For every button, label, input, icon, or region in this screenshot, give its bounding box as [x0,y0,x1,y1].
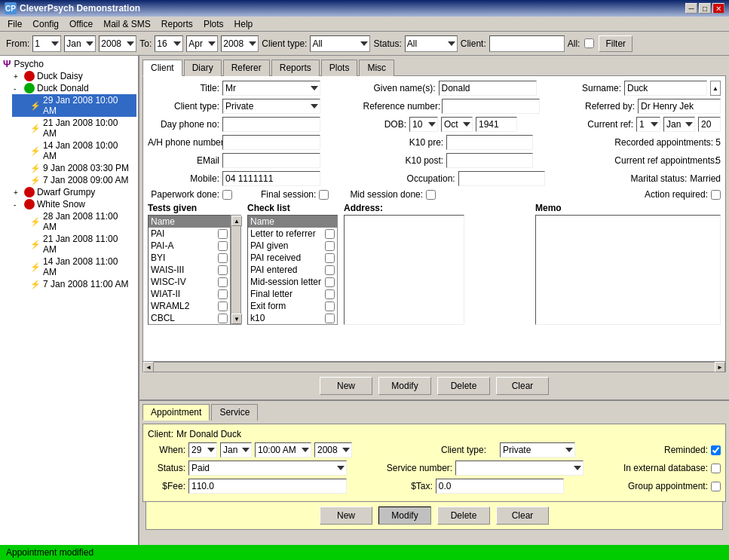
checklist-checkbox[interactable] [325,241,335,251]
test-item-wais[interactable]: WAIS-III [149,264,230,276]
test-checkbox[interactable] [218,265,228,275]
from-month-select[interactable]: Jan [64,35,96,52]
dob-day-select[interactable]: 10 [409,117,438,132]
tree-client-dwarf-grumpy[interactable]: + Dwarf Grumpy [12,186,136,198]
appt-status-select[interactable]: PaidUnpaid [188,461,347,476]
client-type-select[interactable]: All [310,35,370,52]
expand-icon[interactable]: - [14,84,24,93]
minimize-button[interactable]: ─ [685,3,697,14]
checklist-checkbox[interactable] [325,301,335,311]
k10-post-input[interactable] [446,153,533,168]
test-checkbox[interactable] [218,229,228,239]
appt-new-button[interactable]: New [320,506,372,525]
referred-by-input[interactable] [638,99,721,114]
appt-group-checkbox[interactable] [711,482,721,491]
expand-icon[interactable]: + [14,188,24,197]
appt-clear-button[interactable]: Clear [496,506,549,525]
appointment-item[interactable]: ⚡ 14 Jan 2008 11:00 AM [12,256,136,278]
menu-mail-sms[interactable]: Mail & SMS [99,17,155,31]
ah-phone-input[interactable] [222,135,320,150]
checklist-item-mid-session[interactable]: Mid-session letter [248,276,337,288]
appt-year-select[interactable]: 2008 [314,442,352,457]
close-button[interactable]: ✕ [712,3,724,14]
appt-time-select[interactable]: 10:00 AM [255,442,311,457]
checklist-checkbox[interactable] [325,289,335,299]
appointment-item[interactable]: ⚡ 14 Jan 2008 10:00 AM [12,139,136,162]
tab-client[interactable]: Client [142,60,182,76]
reference-input[interactable] [442,99,540,114]
test-item-wraml[interactable]: WRAML2 [149,300,230,312]
tests-scrollbar[interactable]: ▲ ▼ [231,215,241,325]
tab-diary[interactable]: Diary [184,60,222,76]
surname-scroll-up[interactable]: ▲ [710,81,721,96]
to-year-select[interactable]: 2008 [221,35,259,52]
status-select[interactable]: All [405,35,458,52]
appt-client-type-select[interactable]: Private [500,442,575,457]
appointment-item[interactable]: ⚡ 21 Jan 2008 10:00 AM [12,117,136,139]
current-ref-year-input[interactable] [698,117,721,132]
maximize-button[interactable]: □ [699,3,711,14]
title-select[interactable]: MrMrsMsDr [222,81,320,96]
appt-day-select[interactable]: 29 [188,442,217,457]
occupation-input[interactable] [458,171,545,186]
checklist-checkbox[interactable] [325,253,335,263]
expand-icon[interactable]: - [14,200,24,209]
surname-input[interactable] [624,81,707,96]
horizontal-scrollbar[interactable]: ◄ ► [142,362,726,372]
dob-year-input[interactable] [476,117,517,132]
tab-referer[interactable]: Referer [223,60,270,76]
checklist-checkbox[interactable] [325,314,335,323]
mobile-input[interactable] [222,171,320,186]
tab-service[interactable]: Service [211,404,258,421]
checklist-item-final-letter[interactable]: Final letter [248,288,337,300]
checklist-item-pai-given[interactable]: PAI given [248,240,337,252]
checklist-item-exit-form[interactable]: Exit form [248,300,337,312]
client-search-input[interactable] [489,35,565,52]
menu-file[interactable]: File [3,17,26,31]
appt-modify-button[interactable]: Modify [378,506,431,525]
test-item-wiat[interactable]: WIAT-II [149,288,230,300]
client-type-select[interactable]: PrivateMedicare [222,99,320,114]
checklist-item-pai-entered[interactable]: PAI entered [248,264,337,276]
client-clear-button[interactable]: Clear [496,377,549,395]
day-phone-input[interactable] [222,117,320,132]
client-delete-button[interactable]: Delete [437,377,490,395]
current-ref-month-select[interactable]: Jan [663,117,695,132]
checklist-item-k10[interactable]: k10 [248,312,337,324]
tab-appointment[interactable]: Appointment [142,404,210,421]
client-new-button[interactable]: New [320,377,372,395]
test-checkbox[interactable] [218,277,228,287]
current-ref-num-select[interactable]: 1 [636,117,660,132]
filter-button[interactable]: Filter [599,35,633,52]
test-checkbox[interactable] [218,253,228,263]
test-checkbox[interactable] [218,314,228,323]
address-textarea[interactable] [344,215,464,325]
k10-pre-input[interactable] [446,135,533,150]
mid-session-checkbox[interactable] [426,190,436,200]
appointment-item[interactable]: ⚡ 7 Jan 2008 09:00 AM [12,174,136,186]
client-modify-button[interactable]: Modify [378,377,431,395]
test-checkbox[interactable] [218,241,228,251]
menu-config[interactable]: Config [28,17,63,31]
all-checkbox[interactable] [584,38,594,48]
appointment-item[interactable]: ⚡ 28 Jan 2008 11:00 AM [12,210,136,233]
test-checkbox[interactable] [218,301,228,311]
final-session-checkbox[interactable] [319,190,329,200]
tree-client-duck-daisy[interactable]: + Duck Daisy [12,70,136,82]
checklist-checkbox[interactable] [325,265,335,275]
from-day-select[interactable]: 1 [32,35,61,52]
email-input[interactable] [222,153,320,168]
test-checkbox[interactable] [218,289,228,299]
memo-textarea[interactable] [535,215,721,325]
scroll-up-arrow[interactable]: ▲ [231,216,242,226]
test-item-pai-a[interactable]: PAI-A [149,240,230,252]
paperwork-checkbox[interactable] [222,190,232,200]
tab-plots[interactable]: Plots [321,60,358,76]
checklist-item-letter[interactable]: Letter to referrer [248,228,337,240]
appt-month-select[interactable]: Jan [220,442,252,457]
appt-delete-button[interactable]: Delete [437,506,490,525]
appointment-item[interactable]: ⚡ 9 Jan 2008 03:30 PM [12,162,136,174]
menu-reports[interactable]: Reports [157,17,198,31]
menu-help[interactable]: Help [230,17,258,31]
tree-client-white-snow[interactable]: - White Snow [12,198,136,210]
